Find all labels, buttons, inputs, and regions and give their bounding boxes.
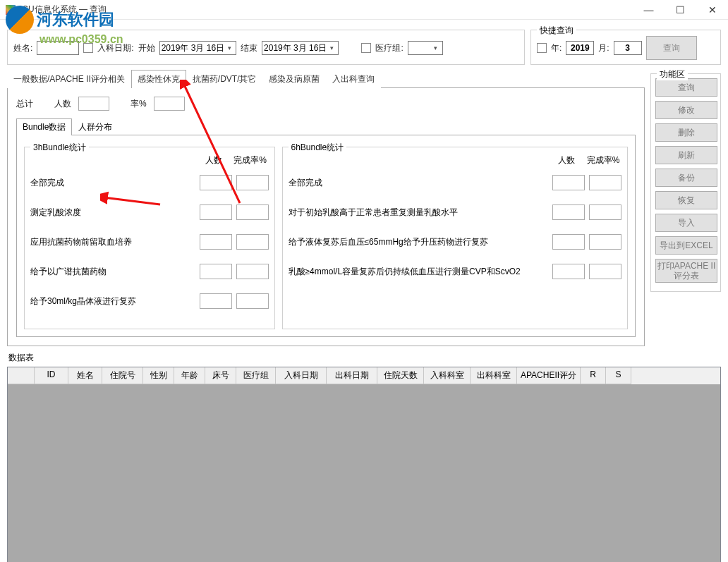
grid-col-11[interactable]: 出科科室 <box>471 367 517 384</box>
grid-col-2[interactable]: 住院号 <box>102 367 143 384</box>
bundle-6h-row: 给予液体复苏后血压≤65mmHg给予升压药物进行复苏 <box>289 234 622 250</box>
tab-septic-shock[interactable]: 感染性休克 <box>131 70 186 88</box>
total-row: 总计 人数 率% <box>16 97 636 111</box>
side-btn-0[interactable]: 查询 <box>655 78 717 97</box>
close-button[interactable]: ✕ <box>696 0 728 20</box>
grid-col-6[interactable]: 医疗组 <box>236 367 276 384</box>
total-count-label: 人数 <box>54 98 71 110</box>
bundle-3h-rate <box>236 234 269 250</box>
month-input[interactable] <box>614 41 642 55</box>
grid-col-14[interactable]: S <box>606 367 631 384</box>
filter-group: 姓名: 入科日期: 开始 2019年 3月 16日▾ 结束 2019年 3月 1… <box>7 30 525 65</box>
function-title: 功能区 <box>657 68 688 80</box>
grid-col-10[interactable]: 入科科室 <box>424 367 471 384</box>
side-btn-2[interactable]: 删除 <box>655 123 717 142</box>
bundle-6h-label: 乳酸≥4mmol/L容量复苏后仍持续低血压进行测量CVP和ScvO2 <box>289 266 549 278</box>
group-select[interactable]: ▾ <box>408 41 443 55</box>
maximize-button[interactable]: ☐ <box>665 0 696 20</box>
bundle-6h-row: 对于初始乳酸高于正常患者重复测量乳酸水平 <box>289 204 622 220</box>
month-label: 月: <box>598 42 609 54</box>
bundle-3h-group: 3hBundle统计 人数 完成率% 全部完成测定乳酸浓度应用抗菌药物前留取血培… <box>24 147 275 329</box>
grid-col-4[interactable]: 年龄 <box>174 367 205 384</box>
bundle-3h-count <box>200 204 232 220</box>
bundle-6h-row: 乳酸≥4mmol/L容量复苏后仍持续低血压进行测量CVP和ScvO2 <box>289 264 622 279</box>
main-tabs: 一般数据/APACHE II评分相关 感染性休克 抗菌药/DVT/其它 感染及病… <box>7 69 645 88</box>
side-btn-5[interactable]: 恢复 <box>655 191 717 209</box>
grid-col-9[interactable]: 住院天数 <box>377 367 424 384</box>
year-label: 年: <box>551 42 562 54</box>
total-count-value <box>78 97 109 111</box>
bundle-3h-rate <box>236 175 269 190</box>
grid-col-5[interactable]: 床号 <box>205 367 236 384</box>
bundle-6h-rate <box>589 234 621 250</box>
tab-inout[interactable]: 入出科查询 <box>326 70 381 88</box>
bundle-3h-rate <box>236 293 269 309</box>
bundle-6h-title: 6hBundle统计 <box>289 142 347 154</box>
group-label: 医疗组: <box>375 42 403 54</box>
bundle-6h-col2: 完成率% <box>585 154 621 166</box>
bundle-3h-rate <box>236 204 269 220</box>
side-btn-3[interactable]: 刷新 <box>655 146 717 164</box>
bundle-3h-rate <box>236 264 269 279</box>
bundle-3h-count <box>200 175 232 190</box>
grid-rowheader <box>8 367 35 384</box>
bundle-3h-label: 测定乳酸浓度 <box>30 207 195 219</box>
tab-antibiotic[interactable]: 抗菌药/DVT/其它 <box>186 70 263 88</box>
name-input[interactable] <box>37 41 79 55</box>
tab-general[interactable]: 一般数据/APACHE II评分相关 <box>7 70 131 88</box>
bundle-6h-count <box>552 264 585 279</box>
app-icon <box>6 5 16 15</box>
function-group: 功能区 查询修改删除刷新备份恢复导入导出到EXCEL打印APACHE II评分表 <box>650 73 721 292</box>
name-label: 姓名: <box>13 42 32 54</box>
bundle-6h-group: 6hBundle统计 人数 完成率% 全部完成对于初始乳酸高于正常患者重复测量乳… <box>282 147 629 329</box>
bundle-6h-count <box>552 234 585 250</box>
start-label: 开始 <box>138 42 155 54</box>
bundle-6h-count <box>552 175 585 190</box>
start-date-picker[interactable]: 2019年 3月 16日▾ <box>159 41 236 55</box>
year-input[interactable] <box>566 41 594 55</box>
side-btn-4[interactable]: 备份 <box>655 169 717 187</box>
bundle-6h-label: 给予液体复苏后血压≤65mmHg给予升压药物进行复苏 <box>289 236 549 248</box>
admit-date-checkbox[interactable] <box>83 43 93 53</box>
end-date-picker[interactable]: 2019年 3月 16日▾ <box>262 41 339 55</box>
bundle-6h-label: 全部完成 <box>289 177 549 189</box>
total-rate-value <box>154 97 185 111</box>
grid-col-13[interactable]: R <box>581 367 606 384</box>
bundle-3h-count <box>200 293 232 309</box>
minimize-button[interactable]: — <box>633 0 665 20</box>
bundle-3h-col1: 人数 <box>195 154 232 166</box>
grid-col-0[interactable]: ID <box>35 367 68 384</box>
grid-col-1[interactable]: 姓名 <box>68 367 102 384</box>
bundle-3h-label: 给予30ml/kg晶体液进行复苏 <box>30 295 195 307</box>
bundle-3h-label: 给予以广谱抗菌药物 <box>30 266 195 278</box>
side-btn-1[interactable]: 修改 <box>655 101 717 119</box>
total-label: 总计 <box>16 98 33 110</box>
bundle-3h-row: 应用抗菌药物前留取血培养 <box>30 234 269 250</box>
side-btn-7[interactable]: 导出到EXCEL <box>655 236 717 255</box>
tab-infection[interactable]: 感染及病原菌 <box>262 70 326 88</box>
grid-col-12[interactable]: APACHEII评分 <box>517 367 581 384</box>
quick-query-group: 快捷查询 年: 月: 查询 <box>530 30 721 65</box>
grid-col-8[interactable]: 出科日期 <box>327 367 377 384</box>
bundle-3h-col2: 完成率% <box>232 154 269 166</box>
bundle-3h-row: 全部完成 <box>30 175 269 190</box>
group-checkbox[interactable] <box>361 43 371 53</box>
subtab-population[interactable]: 人群分布 <box>72 118 119 135</box>
bundle-3h-title: 3hBundle统计 <box>30 142 89 154</box>
total-rate-label: 率% <box>131 98 147 110</box>
bundle-3h-row: 给予30ml/kg晶体液进行复苏 <box>30 293 269 309</box>
quick-query-button[interactable]: 查询 <box>646 36 697 60</box>
subtab-bundle[interactable]: Bundle数据 <box>16 118 72 135</box>
bundle-6h-row: 全部完成 <box>289 175 622 190</box>
side-btn-6[interactable]: 导入 <box>655 214 717 232</box>
grid-col-3[interactable]: 性别 <box>143 367 174 384</box>
data-grid[interactable]: ID姓名住院号性别年龄床号医疗组入科日期出科日期住院天数入科科室出科科室APAC… <box>7 367 721 562</box>
bundle-3h-label: 全部完成 <box>30 177 195 189</box>
titlebar: ICU信息化系统 — 查询 — ☐ ✕ <box>0 0 728 20</box>
side-btn-8[interactable]: 打印APACHE II评分表 <box>655 259 717 283</box>
year-checkbox[interactable] <box>537 43 547 53</box>
grid-col-7[interactable]: 入科日期 <box>276 367 327 384</box>
bundle-6h-col1: 人数 <box>548 154 585 166</box>
bundle-3h-count <box>200 234 232 250</box>
bundle-6h-rate <box>589 264 621 279</box>
